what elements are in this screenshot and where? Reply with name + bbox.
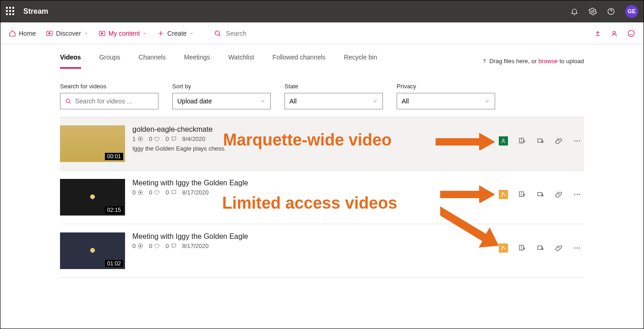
tab-watchlist[interactable]: Watchlist: [229, 54, 254, 69]
video-icon: [98, 30, 106, 37]
heart-icon: [154, 136, 160, 142]
video-thumbnail[interactable]: 00:01: [60, 125, 125, 162]
svg-point-19: [574, 194, 575, 195]
global-search-input[interactable]: [226, 30, 317, 37]
duration-label: 01:02: [105, 260, 123, 267]
video-row[interactable]: 02:15 Meeting with Iggy the Golden Eagle…: [60, 171, 584, 224]
video-title[interactable]: golden-eagle-checkmate: [132, 125, 226, 134]
chevron-down-icon: [142, 31, 147, 36]
comments-count: 0: [165, 189, 169, 196]
chevron-down-icon: [372, 98, 378, 104]
add-to-group-icon[interactable]: [518, 190, 526, 199]
state-value: All: [289, 97, 297, 105]
chevron-down-icon: [485, 98, 490, 104]
svg-point-13: [577, 140, 578, 141]
more-actions-icon[interactable]: [573, 137, 581, 145]
search-videos-input[interactable]: [75, 97, 153, 105]
tab-meetings[interactable]: Meetings: [184, 54, 210, 69]
attachments-icon[interactable]: [555, 137, 563, 145]
video-title[interactable]: Meeting with Iggy the Golden Eagle: [132, 232, 248, 241]
upload-hint: Drag files here, or browse to upload: [482, 54, 584, 69]
views-count: 0: [132, 243, 136, 249]
tab-recycle[interactable]: Recycle bin: [344, 54, 377, 69]
svg-point-14: [579, 140, 580, 141]
privacy-limited-badge[interactable]: [499, 243, 508, 253]
attachments-icon[interactable]: [555, 190, 563, 199]
nav-discover[interactable]: Discover: [46, 30, 88, 37]
person-icon[interactable]: [611, 30, 618, 37]
svg-point-0: [592, 11, 594, 13]
nav-create-label: Create: [167, 30, 186, 37]
privacy-limited-badge[interactable]: [499, 190, 508, 199]
filters-row: Search for videos Sort by Upload date St…: [60, 82, 584, 109]
search-videos-label: Search for videos: [60, 83, 106, 90]
more-actions-icon[interactable]: [573, 190, 581, 199]
video-row[interactable]: 01:02 Meeting with Iggy the Golden Eagle…: [60, 224, 584, 278]
tabs-row: Videos Groups Channels Meetings Watchlis…: [60, 54, 584, 69]
add-to-group-icon[interactable]: [518, 137, 526, 145]
brand-label: Stream: [23, 7, 48, 16]
tab-channels[interactable]: Channels: [139, 54, 166, 69]
sort-value: Upload date: [177, 97, 212, 105]
replace-video-icon[interactable]: [536, 137, 545, 145]
views-count: 0: [132, 189, 136, 196]
video-list: 00:01 golden-eagle-checkmate 1 0 0 9/4/2…: [60, 117, 584, 278]
video-thumbnail[interactable]: 01:02: [60, 232, 125, 269]
privacy-value: All: [402, 97, 409, 105]
content-area: Videos Groups Channels Meetings Watchlis…: [0, 44, 644, 278]
video-date: 8/17/2020: [182, 243, 209, 249]
nav-home-label: Home: [19, 30, 36, 37]
upload-hint-pre: Drag files here, or: [489, 58, 536, 65]
svg-point-23: [502, 246, 504, 248]
add-to-group-icon[interactable]: [518, 244, 526, 252]
video-row[interactable]: 00:01 golden-eagle-checkmate 1 0 0 9/4/2…: [60, 117, 584, 171]
sort-label: Sort by: [172, 83, 191, 90]
privacy-org-badge[interactable]: [499, 136, 508, 146]
privacy-select[interactable]: All: [397, 93, 495, 109]
comment-icon: [171, 243, 177, 249]
search-videos-control[interactable]: [60, 93, 158, 109]
svg-point-12: [574, 140, 575, 141]
search-icon: [65, 98, 71, 104]
global-search[interactable]: [214, 30, 317, 37]
nav-create[interactable]: Create: [157, 30, 194, 37]
settings-icon[interactable]: [589, 7, 597, 16]
comment-icon: [171, 189, 177, 195]
nav-home[interactable]: Home: [9, 30, 36, 37]
plus-icon: [157, 30, 164, 37]
svg-point-20: [577, 194, 578, 195]
duration-label: 00:01: [105, 153, 123, 160]
attachments-icon[interactable]: [555, 244, 563, 252]
svg-point-21: [579, 194, 580, 195]
browse-link[interactable]: browse: [539, 58, 558, 65]
play-icon: [137, 136, 143, 142]
nav-my-content[interactable]: My content: [98, 30, 147, 37]
chevron-down-icon: [84, 31, 88, 36]
tab-groups[interactable]: Groups: [99, 54, 120, 69]
upload-hint-post: to upload: [560, 58, 584, 65]
help-icon[interactable]: [607, 7, 615, 16]
replace-video-icon[interactable]: [536, 244, 545, 252]
tab-followed[interactable]: Followed channels: [273, 54, 326, 69]
svg-point-5: [613, 31, 615, 33]
upload-icon[interactable]: [594, 30, 601, 37]
chevron-down-icon: [189, 31, 194, 36]
state-select[interactable]: All: [284, 93, 383, 109]
video-thumbnail[interactable]: 02:15: [60, 179, 125, 216]
svg-point-26: [574, 248, 575, 248]
sort-select[interactable]: Upload date: [172, 93, 271, 109]
video-title[interactable]: Meeting with Iggy the Golden Eagle: [132, 179, 248, 187]
app-launcher-icon[interactable]: [6, 7, 15, 16]
more-actions-icon[interactable]: [573, 244, 581, 252]
svg-point-28: [579, 248, 580, 248]
tab-videos[interactable]: Videos: [60, 54, 81, 69]
svg-rect-11: [538, 139, 542, 143]
replace-video-icon[interactable]: [536, 190, 545, 199]
avatar[interactable]: GE: [625, 5, 638, 18]
feedback-icon[interactable]: [627, 29, 635, 38]
duration-label: 02:15: [105, 206, 123, 214]
play-icon: [137, 189, 143, 195]
notifications-icon[interactable]: [570, 7, 579, 16]
play-icon: [137, 243, 143, 249]
views-count: 1: [132, 135, 136, 142]
